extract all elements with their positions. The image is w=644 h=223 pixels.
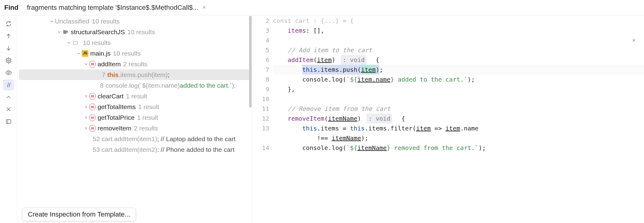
dir-count: 10 results — [83, 37, 111, 48]
editor-preview: 234567891011121314 const cart : {...} = … — [252, 15, 644, 223]
method-name: clearCart — [98, 91, 123, 101]
js-file-icon: JS — [82, 50, 88, 57]
tree-result-row[interactable]: 8 console.log(`${item.name} added to the… — [17, 80, 252, 91]
result-line-number: 7 — [102, 69, 106, 80]
chevron-down-icon[interactable] — [56, 27, 62, 37]
editor-gutter: 234567891011121314 — [252, 15, 273, 153]
result-hl: this — [107, 69, 119, 80]
chevron-right-icon[interactable] — [83, 101, 89, 112]
result-line-number: 53 — [93, 144, 100, 155]
create-inspection-button[interactable]: Create Inspection from Template... — [22, 208, 136, 221]
editor-code[interactable]: const cart : {...} = { items: [], // Add… — [273, 15, 644, 223]
tree-scrollbar[interactable] — [249, 15, 252, 223]
eye-icon[interactable] — [3, 67, 14, 78]
folder-count: 10 results — [127, 27, 155, 37]
chevron-right-icon[interactable] — [83, 112, 89, 123]
svg-point-3 — [66, 32, 68, 34]
method-name: getTotalPrice — [98, 112, 134, 123]
method-count: 1 result — [126, 91, 147, 101]
results-tree: Unclassified 10 results structuralSearch… — [17, 15, 252, 223]
group-name: Unclassified — [55, 16, 89, 27]
tree-method-row[interactable]: m clearCart 1 result — [17, 91, 252, 101]
method-icon: m — [89, 114, 96, 121]
settings-icon[interactable] — [3, 55, 14, 66]
method-count: 2 results — [134, 123, 158, 133]
tree-result-row[interactable]: 7 this.items.push(item); — [19, 69, 250, 80]
tree-file-row[interactable]: JS main.js 10 results — [17, 48, 252, 59]
tree-group-row[interactable]: Unclassified 10 results — [17, 16, 252, 27]
find-header: Find fragments matching template '$Insta… — [0, 0, 644, 15]
result-tail: ; // Laptop added to the cart — [157, 133, 235, 144]
chevron-down-icon[interactable] — [83, 59, 89, 69]
result-line-number: 52 — [93, 133, 100, 144]
chevron-up-icon[interactable] — [3, 92, 14, 103]
close-icon[interactable] — [3, 104, 14, 115]
result-tail: ; — [168, 69, 170, 80]
file-name: main.js — [90, 48, 111, 59]
panel-icon[interactable] — [3, 116, 14, 127]
method-icon: m — [89, 104, 96, 110]
tree-method-row[interactable]: m getTotalItems 1 result — [17, 101, 252, 112]
find-title: Find — [4, 4, 18, 12]
method-count: 1 result — [138, 101, 159, 112]
scrollbar-thumb[interactable] — [249, 16, 252, 108]
tree-result-row[interactable]: 52 cart.addItem(item1); // Laptop added … — [17, 133, 252, 144]
slash-icon[interactable] — [3, 79, 14, 90]
method-name: addItem — [98, 59, 121, 69]
arrow-up-icon[interactable] — [3, 31, 14, 42]
chevron-right-icon[interactable] — [83, 91, 89, 101]
method-icon: m — [89, 125, 96, 132]
close-tab-icon[interactable]: × — [202, 4, 206, 11]
method-count: 2 results — [123, 59, 147, 69]
result-call: cart.addItem(item1) — [102, 133, 157, 144]
group-count: 10 results — [92, 16, 120, 27]
svg-point-0 — [8, 60, 9, 61]
result-rest: .items.push(item) — [119, 69, 168, 80]
chevron-down-icon[interactable] — [66, 37, 72, 48]
find-tab-label[interactable]: fragments matching template '$Instance$.… — [27, 4, 198, 12]
svg-point-1 — [8, 72, 9, 74]
chevron-down-icon[interactable] — [49, 16, 55, 27]
arrow-down-icon[interactable] — [3, 43, 14, 54]
tree-method-row[interactable]: m addItem 2 results — [17, 59, 252, 69]
folder-icon — [62, 29, 69, 35]
folder-icon — [72, 39, 79, 46]
method-icon: m — [89, 93, 96, 100]
method-count: 1 result — [137, 112, 158, 123]
result-call: cart.addItem(item2) — [102, 144, 157, 155]
close-preview-icon[interactable]: × — [632, 37, 635, 44]
tree-dir-row[interactable]: 10 results — [17, 37, 252, 48]
tree-folder-row[interactable]: structuralSearchJS 10 results — [17, 27, 252, 37]
method-icon: m — [89, 61, 96, 68]
result-part: console.log(`${item.name} — [106, 80, 180, 91]
tree-method-row[interactable]: m removeItem 2 results — [17, 123, 252, 133]
chevron-down-icon[interactable] — [76, 48, 82, 59]
refresh-icon[interactable] — [3, 18, 14, 29]
folder-name: structuralSearchJS — [71, 27, 125, 37]
result-part: ); — [232, 80, 236, 91]
result-line-number: 8 — [100, 80, 104, 91]
tree-method-row[interactable]: m getTotalPrice 1 result — [17, 112, 252, 123]
file-count: 10 results — [113, 48, 141, 59]
result-tail: : // Phone added to the cart — [157, 144, 234, 155]
chevron-right-icon[interactable] — [83, 123, 89, 133]
method-name: getTotalItems — [98, 101, 136, 112]
tree-result-row[interactable]: 53 cart.addItem(item2): // Phone added t… — [17, 144, 252, 155]
find-toolbar — [0, 15, 17, 223]
svg-rect-2 — [6, 120, 11, 124]
method-name: removeItem — [98, 123, 131, 133]
result-part: added to the cart.` — [180, 80, 232, 91]
